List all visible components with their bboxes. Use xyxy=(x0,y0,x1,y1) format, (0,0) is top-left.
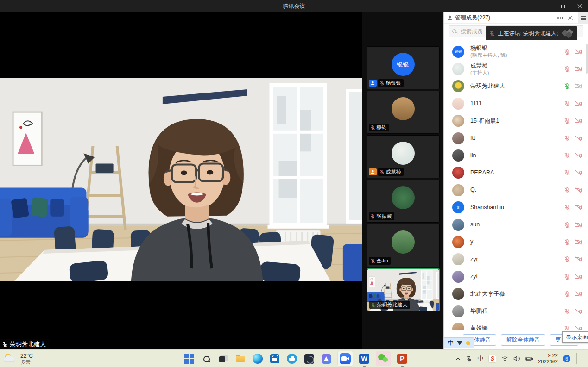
member-row[interactable]: 黄姈娜 xyxy=(444,320,588,330)
camera-icon[interactable] xyxy=(575,291,582,297)
mic-icon[interactable] xyxy=(564,83,570,89)
show-desktop-button[interactable] xyxy=(582,350,584,367)
ime-skin-icon[interactable] xyxy=(457,341,462,345)
member-row[interactable]: 成慧祯 (主持人) xyxy=(444,60,588,77)
member-row[interactable]: 毕鹏程 xyxy=(444,303,588,320)
camera-icon[interactable] xyxy=(575,187,582,193)
mic-icon[interactable] xyxy=(564,66,570,72)
member-row[interactable]: zyt xyxy=(444,268,588,285)
camera-icon[interactable] xyxy=(575,83,582,89)
member-row[interactable]: 1111 xyxy=(444,95,588,112)
ime-mode-indicator[interactable]: 中 xyxy=(448,339,454,347)
camera-icon[interactable] xyxy=(575,256,582,262)
cloud-app-button[interactable] xyxy=(286,353,297,364)
camera-icon[interactable] xyxy=(575,100,582,107)
camera-icon[interactable] xyxy=(575,274,582,280)
microsoft-store-button[interactable] xyxy=(269,353,280,364)
video-thumbnail[interactable]: 荣玥芳北建大 xyxy=(367,268,440,311)
camera-icon[interactable] xyxy=(575,325,582,330)
member-row[interactable]: sun xyxy=(444,216,588,233)
member-row[interactable]: y xyxy=(444,233,588,250)
close-panel-icon[interactable] xyxy=(568,15,573,21)
mic-status-icon xyxy=(379,81,385,86)
camera-icon[interactable] xyxy=(575,204,582,211)
volume-icon[interactable] xyxy=(513,356,520,361)
ime-toolbar[interactable]: 中 xyxy=(443,337,474,348)
start-button[interactable] xyxy=(183,353,195,364)
powerpoint-button[interactable]: P xyxy=(397,353,408,364)
mic-icon[interactable] xyxy=(564,274,570,280)
mic-icon[interactable] xyxy=(564,222,570,228)
clock[interactable]: 9:22 2022/9/2 xyxy=(538,353,558,365)
wifi-icon[interactable] xyxy=(501,356,508,361)
member-row[interactable]: zyr xyxy=(444,251,588,268)
video-thumbnail[interactable]: 张振威 xyxy=(367,180,440,223)
member-row[interactable]: ftt xyxy=(444,130,588,147)
restore-button[interactable] xyxy=(555,0,571,12)
video-thumbnail[interactable]: 金Jin xyxy=(367,224,440,267)
mic-icon[interactable] xyxy=(564,204,570,211)
panel-title: 管理成员(227) xyxy=(455,14,490,22)
mic-icon[interactable] xyxy=(564,152,570,159)
camera-icon[interactable] xyxy=(575,118,582,124)
unmute-all-button[interactable]: 解除全体静音 xyxy=(501,334,545,346)
mic-icon[interactable] xyxy=(564,100,570,107)
triangle-app-button[interactable] xyxy=(321,353,332,364)
tray-chevron-up-icon[interactable] xyxy=(455,357,461,361)
battery-icon[interactable] xyxy=(525,356,533,361)
camera-icon[interactable] xyxy=(575,152,582,159)
camera-icon[interactable] xyxy=(575,66,582,72)
mic-icon[interactable] xyxy=(564,187,570,193)
taskbar-search-button[interactable] xyxy=(201,353,212,364)
file-explorer-button[interactable] xyxy=(235,353,246,364)
camera-icon[interactable] xyxy=(575,308,582,315)
mic-icon[interactable] xyxy=(564,291,570,297)
tray-mic-icon[interactable] xyxy=(466,356,472,362)
video-thumbnail[interactable]: 穆钧 xyxy=(367,91,440,134)
mic-icon[interactable] xyxy=(564,135,570,142)
scrollbar[interactable] xyxy=(586,44,588,74)
camera-icon[interactable] xyxy=(575,222,582,228)
mic-icon[interactable] xyxy=(564,169,570,176)
edge-button[interactable] xyxy=(252,353,263,364)
camera-icon[interactable] xyxy=(575,135,582,142)
title-bar[interactable]: 腾讯会议 xyxy=(0,0,588,12)
member-row[interactable]: 银银 杨银银 (联席主持人, 我) xyxy=(444,43,588,60)
mic-icon[interactable] xyxy=(564,239,570,245)
mic-icon[interactable] xyxy=(564,308,570,315)
camera-icon[interactable] xyxy=(575,239,582,245)
tencent-meeting-button[interactable] xyxy=(338,351,353,366)
camera-icon[interactable] xyxy=(575,49,582,55)
ime-emoji-icon[interactable] xyxy=(466,341,470,345)
word-button[interactable]: W xyxy=(359,353,370,364)
more-options-icon[interactable] xyxy=(556,14,564,22)
weather-widget[interactable]: 22°C 多云 xyxy=(4,351,33,367)
sogou-ime-icon[interactable]: S xyxy=(488,355,496,363)
member-row[interactable]: 15-崔雨晨1 xyxy=(444,112,588,130)
member-row[interactable]: 荣玥芳北建大 xyxy=(444,78,588,95)
member-row[interactable]: 北建大李子薇 xyxy=(444,285,588,302)
mic-icon[interactable] xyxy=(564,118,570,124)
member-row[interactable]: lin xyxy=(444,147,588,164)
panel-menu-icon[interactable] xyxy=(578,12,588,24)
camera-icon[interactable] xyxy=(575,169,582,176)
member-avatar xyxy=(452,115,464,127)
minimize-button[interactable] xyxy=(538,0,555,12)
tray-ime-indicator[interactable]: 中 xyxy=(477,355,483,363)
member-name: 北建大李子薇 xyxy=(470,291,564,298)
tencent-meeting-window: 腾讯会议 荣玥芳北建大 银银 杨银银 xyxy=(0,0,588,367)
mic-icon[interactable] xyxy=(564,49,570,55)
swirl-app-button[interactable] xyxy=(303,353,315,364)
mic-icon[interactable] xyxy=(564,325,570,330)
member-avatar xyxy=(452,149,464,162)
member-row[interactable]: PERARA xyxy=(444,164,588,181)
close-button[interactable] xyxy=(571,0,588,12)
video-thumbnail[interactable]: 成慧祯 xyxy=(367,135,440,178)
notification-badge[interactable]: 6 xyxy=(563,355,570,362)
member-row[interactable]: Q. xyxy=(444,181,588,199)
member-row[interactable]: S ShanshanLiu xyxy=(444,199,588,216)
mic-icon[interactable] xyxy=(564,256,570,262)
task-view-button[interactable] xyxy=(218,353,229,364)
video-thumbnail[interactable]: 银银 杨银银 xyxy=(367,46,440,89)
wechat-button[interactable] xyxy=(376,351,391,366)
